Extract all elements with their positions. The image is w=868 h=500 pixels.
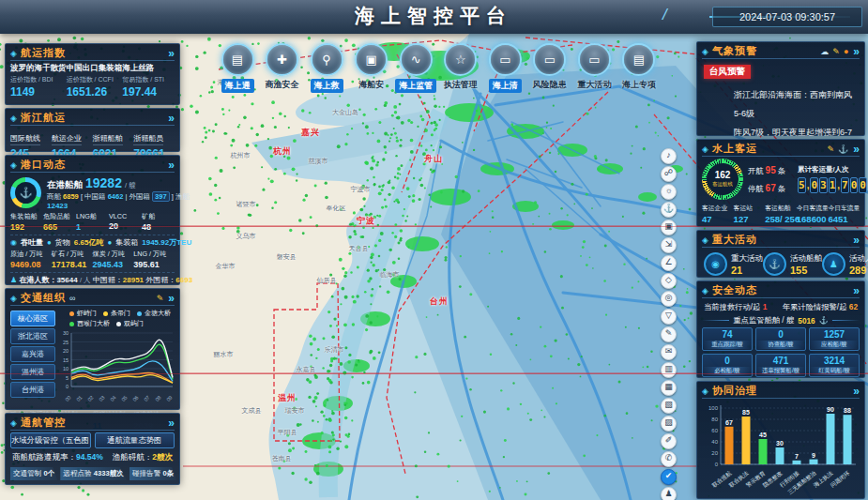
- safety-stat-box[interactable]: 0必检船/艘: [702, 354, 753, 377]
- counter-digit: 5: [798, 177, 806, 193]
- panel-header: ◈ 气象预警 ☁ ✎ ● »: [702, 44, 860, 59]
- ship-icon[interactable]: ⚓: [661, 202, 677, 218]
- pen-icon[interactable]: ✎: [828, 144, 835, 154]
- panel-title: 协同治理: [712, 384, 757, 398]
- nav-control-button[interactable]: 通航流量态势图: [95, 432, 175, 448]
- stat-item: 矿船48: [142, 212, 175, 232]
- safety-stat-box[interactable]: 0协查船/艘: [755, 327, 806, 351]
- stat-label: 航运企业: [52, 133, 82, 145]
- fullscreen-icon[interactable]: ⇲: [661, 237, 677, 253]
- stat-value: 3214: [810, 356, 859, 366]
- safety-stat-boxes: 74重点跟踪/艘0协查船/艘1257应检船/艘0必检船/艘471违章报警船/艘3…: [702, 327, 860, 377]
- safety-stat-box[interactable]: 471违章报警船/艘: [755, 354, 806, 377]
- port-area-button[interactable]: 嘉兴港: [10, 346, 55, 362]
- pen-icon[interactable]: ✎: [157, 294, 164, 303]
- commodity-stats: 原油 / 万吨9469.08矿石 / 万吨17178.41煤炭 / 万吨2945…: [10, 250, 175, 269]
- pen-icon[interactable]: ✎: [832, 47, 840, 56]
- brush-icon[interactable]: ✐: [661, 433, 677, 449]
- bar: [776, 447, 784, 464]
- alert-dot-icon[interactable]: ●: [844, 47, 848, 56]
- stat-value: 17178.41: [52, 260, 93, 269]
- mail-icon[interactable]: ✉: [661, 344, 677, 360]
- safety-stat-box[interactable]: 74重点跟踪/艘: [702, 327, 753, 351]
- volume-icon[interactable]: ♪: [661, 148, 677, 164]
- port-area-button[interactable]: 温州港: [10, 364, 55, 380]
- stat-label: 必检船/艘: [703, 367, 752, 375]
- counter-digit: 1: [829, 177, 837, 193]
- cloud-icon[interactable]: ☁: [820, 47, 829, 56]
- activity-stat[interactable]: ◉重大活动21: [704, 252, 763, 276]
- message-icon[interactable]: ✆: [661, 451, 677, 467]
- photo-icon[interactable]: ▨: [661, 416, 677, 432]
- panel-header: ◈ 交通组织 ∞ ✎ »: [10, 291, 175, 306]
- menu-item-商渔安全[interactable]: ✚商渔安全: [261, 43, 304, 93]
- stat-label: 重点跟踪/艘: [703, 341, 752, 349]
- nav-control-button[interactable]: 水域分级管控（五色图）: [10, 432, 91, 448]
- expand-icon[interactable]: »: [853, 234, 860, 247]
- fleet-breakdown: 商船 6859 [ 中国籍 6462 | 外国籍 397 ] 渔船: [47, 192, 175, 202]
- filter-icon[interactable]: ▽: [661, 309, 677, 325]
- radar-icon[interactable]: ☍: [661, 166, 677, 182]
- map-icon-glyph: ▤: [232, 53, 243, 67]
- safety-stat-box[interactable]: 1257应检船/艘: [809, 327, 860, 351]
- event-icon: ▭: [578, 43, 611, 76]
- diamond-icon: ◈: [702, 47, 708, 56]
- grid-icon[interactable]: ▦: [661, 380, 677, 396]
- safety-stat-box[interactable]: 3214红黄码船/艘: [809, 354, 860, 377]
- menu-item-海上救[interactable]: ⚲海上救: [305, 43, 348, 93]
- activity-stat[interactable]: ♟活动人员289: [822, 252, 868, 276]
- bar: [844, 415, 852, 464]
- image-icon[interactable]: ▧: [661, 398, 677, 414]
- camera-icon[interactable]: ▣: [661, 220, 677, 235]
- pencil-icon[interactable]: ✎: [661, 326, 677, 342]
- activity-stat[interactable]: ⚓活动船舶155: [763, 252, 822, 276]
- index-value: 197.44: [122, 85, 175, 98]
- expand-icon[interactable]: »: [168, 417, 175, 430]
- expand-icon[interactable]: »: [168, 292, 175, 305]
- light-icon[interactable]: ☼: [661, 184, 677, 200]
- expand-icon[interactable]: »: [853, 284, 860, 297]
- port-area-button[interactable]: 台州港: [10, 382, 55, 398]
- expand-icon[interactable]: »: [168, 47, 175, 60]
- port-area-button[interactable]: 核心港区: [10, 311, 55, 326]
- expand-icon[interactable]: »: [853, 45, 860, 58]
- expand-icon[interactable]: »: [853, 385, 860, 398]
- menu-item-海上清[interactable]: ▭海上清: [483, 43, 526, 93]
- ferry-icon[interactable]: ⚓: [838, 144, 848, 154]
- menu-item-海上专项[interactable]: ▤海上专项: [617, 43, 661, 93]
- expand-icon[interactable]: »: [168, 112, 175, 125]
- in-port-donut-chart: ⚓: [10, 177, 41, 208]
- bar: [827, 414, 835, 464]
- svg-text:03: 03: [98, 394, 106, 402]
- bar: [742, 417, 751, 464]
- menu-item-海上通[interactable]: ▤海上通: [216, 43, 259, 93]
- link-icon[interactable]: ∞: [69, 294, 75, 303]
- stat-item: 危险品船665: [43, 212, 76, 232]
- stat-value: 1257: [810, 329, 859, 340]
- svg-text:100: 100: [708, 405, 719, 411]
- polygon-icon[interactable]: ◇: [661, 273, 677, 289]
- svg-text:20: 20: [711, 450, 718, 456]
- typhoon-warning-badge[interactable]: 台风预警: [704, 65, 751, 79]
- stat-label: LNG船: [76, 212, 109, 221]
- menu-item-label: 执法管理: [444, 79, 478, 91]
- menu-item-风险隐患[interactable]: ▭风险隐患: [528, 43, 571, 93]
- expand-icon[interactable]: »: [168, 159, 175, 172]
- menu-item-海船安[interactable]: ▣海船安: [350, 43, 393, 93]
- check-icon[interactable]: ✔: [661, 469, 677, 485]
- expand-icon[interactable]: »: [853, 143, 860, 156]
- panel-title: 航运指数: [21, 46, 66, 60]
- port-area-button[interactable]: 浙北港区: [10, 328, 55, 344]
- menu-item-执法管理[interactable]: ☆执法管理: [439, 43, 482, 93]
- user-icon[interactable]: ♟: [661, 487, 677, 500]
- measure-icon[interactable]: ∠: [661, 255, 677, 271]
- flow-chart-legend: 虾峙门条帚门金塘大桥西堠门大桥双屿门: [58, 308, 175, 328]
- target-icon[interactable]: ◎: [661, 291, 677, 307]
- menu-item-海上监管[interactable]: ∿海上监管: [394, 43, 437, 93]
- svg-text:0: 0: [715, 462, 719, 467]
- chart-icon[interactable]: ▥: [661, 362, 677, 378]
- header-slash-decoration: /: [662, 6, 667, 24]
- svg-text:问题闭环: 问题闭环: [829, 469, 851, 489]
- shield-icon-glyph: ✚: [277, 53, 287, 67]
- menu-item-重大活动[interactable]: ▭重大活动: [572, 43, 616, 93]
